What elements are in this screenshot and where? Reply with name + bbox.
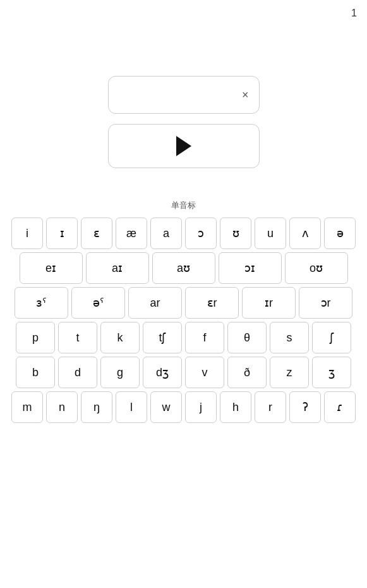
key-3r[interactable]: ɜˤ — [15, 287, 68, 319]
keyboard-section: 单音标 i ɪ ɛ æ a ɔ ʊ u ʌ ə eɪ aɪ aʊ ɔɪ oʊ ɜ… — [0, 200, 367, 423]
key-h[interactable]: h — [220, 391, 251, 423]
key-er[interactable]: əˤ — [71, 287, 125, 319]
key-or[interactable]: ɔr — [299, 287, 352, 319]
key-p[interactable]: p — [16, 322, 55, 353]
key-eng[interactable]: ŋ — [81, 391, 112, 423]
phonetic-input[interactable]: × — [108, 76, 260, 114]
key-schwa[interactable]: ə — [324, 217, 356, 249]
page-number: 1 — [351, 8, 357, 19]
key-r[interactable]: r — [255, 391, 286, 423]
key-row-3: ɜˤ əˤ ar ɛr ɪr ɔr — [5, 287, 362, 319]
key-epsilon-r[interactable]: ɛr — [185, 287, 239, 319]
key-ai[interactable]: aɪ — [86, 252, 149, 284]
key-j[interactable]: j — [185, 391, 217, 423]
key-row-1: i ɪ ɛ æ a ɔ ʊ u ʌ ə — [5, 217, 362, 249]
key-k[interactable]: k — [100, 322, 140, 353]
key-ei[interactable]: eɪ — [20, 252, 83, 284]
key-z[interactable]: z — [270, 357, 309, 388]
key-theta[interactable]: θ — [227, 322, 267, 353]
key-s[interactable]: s — [270, 322, 309, 353]
key-au[interactable]: aʊ — [152, 252, 215, 284]
key-row-2: eɪ aɪ aʊ ɔɪ oʊ — [5, 252, 362, 284]
key-ae[interactable]: æ — [116, 217, 147, 249]
top-section: × — [0, 0, 367, 168]
key-i[interactable]: i — [11, 217, 43, 249]
key-dzh[interactable]: dʒ — [143, 357, 182, 388]
key-l[interactable]: l — [116, 391, 147, 423]
key-flap[interactable]: ɾ — [324, 391, 356, 423]
keyboard-label: 单音标 — [5, 200, 362, 211]
key-row-5: b d g dʒ v ð z ʒ — [5, 357, 362, 388]
key-tsh[interactable]: tʃ — [143, 322, 182, 353]
key-w[interactable]: w — [150, 391, 182, 423]
key-t[interactable]: t — [58, 322, 97, 353]
play-icon — [176, 136, 191, 156]
key-small-cap-i[interactable]: ɪ — [46, 217, 78, 249]
clear-icon[interactable]: × — [242, 89, 249, 102]
key-g[interactable]: g — [100, 357, 140, 388]
key-v[interactable]: v — [185, 357, 224, 388]
key-row-4: p t k tʃ f θ s ʃ — [5, 322, 362, 353]
key-row-6: m n ŋ l w j h r ʔ ɾ — [5, 391, 362, 423]
key-wedge[interactable]: ʌ — [289, 217, 321, 249]
key-b[interactable]: b — [16, 357, 55, 388]
key-oi[interactable]: ɔɪ — [219, 252, 282, 284]
key-esh[interactable]: ʃ — [312, 322, 351, 353]
key-n[interactable]: n — [46, 391, 78, 423]
key-u[interactable]: u — [255, 217, 286, 249]
key-m[interactable]: m — [11, 391, 43, 423]
key-glottal-stop[interactable]: ʔ — [289, 391, 321, 423]
key-f[interactable]: f — [185, 322, 224, 353]
key-upsilon[interactable]: ʊ — [220, 217, 251, 249]
key-open-o[interactable]: ɔ — [185, 217, 217, 249]
key-eth[interactable]: ð — [227, 357, 267, 388]
key-ezh[interactable]: ʒ — [312, 357, 351, 388]
key-a[interactable]: a — [150, 217, 182, 249]
key-d[interactable]: d — [58, 357, 97, 388]
key-epsilon[interactable]: ɛ — [81, 217, 112, 249]
key-ir[interactable]: ɪr — [242, 287, 296, 319]
key-ou[interactable]: oʊ — [285, 252, 348, 284]
key-ar[interactable]: ar — [128, 287, 182, 319]
play-button[interactable] — [108, 124, 260, 168]
